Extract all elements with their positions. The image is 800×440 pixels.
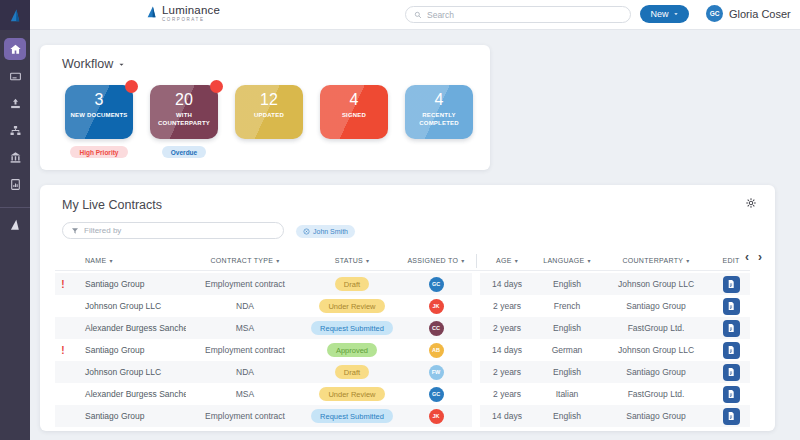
topbar: Luminance CORPORATE New GC Gloria Coser <box>30 0 800 30</box>
card-icon <box>9 70 22 83</box>
chevron-left-icon[interactable]: ‹ <box>745 251 749 263</box>
edit-contract-button[interactable] <box>723 364 740 381</box>
sail-logo-icon <box>8 8 23 23</box>
contract-name: Johnson Group LLC <box>71 367 186 377</box>
chevron-right-icon[interactable]: › <box>758 251 762 263</box>
user-menu[interactable]: GC Gloria Coser <box>706 5 791 22</box>
filter-chip-label: John Smith <box>313 228 348 235</box>
status-cell: Under Review <box>304 387 400 401</box>
column-header-name[interactable]: NAME▾ <box>71 257 186 264</box>
hierarchy-icon <box>9 124 22 137</box>
contract-row[interactable]: Alexander Burgess SanchezzMSARequest Sub… <box>55 317 750 339</box>
column-header-counterparty[interactable]: COUNTERPARTY▾ <box>600 257 712 264</box>
contract-row[interactable]: Johnson Group LLCNDAUnder ReviewJK2 year… <box>55 295 750 317</box>
stat-value: 4 <box>405 91 473 109</box>
assignee-avatar: JK <box>429 299 444 314</box>
document-icon <box>726 411 736 421</box>
contract-counterparty: Johnson Group LLC <box>600 345 712 355</box>
contract-row[interactable]: Alexander Burgess SanchezzMSAUnder Revie… <box>55 383 750 405</box>
search-input[interactable] <box>427 10 622 20</box>
sort-caret-icon: ▾ <box>109 258 112 264</box>
settings-button[interactable] <box>745 197 757 209</box>
app-logo[interactable] <box>0 0 30 30</box>
contract-row[interactable]: !Santiago GroupEmployment contractApprov… <box>55 339 750 361</box>
contract-counterparty: FastGroup Ltd. <box>600 389 712 399</box>
assignee-cell: GC <box>400 277 472 292</box>
edit-contract-button[interactable] <box>723 386 740 403</box>
stat-label: SIGNED <box>320 109 388 119</box>
contract-language: English <box>534 367 600 377</box>
contract-age: 2 years <box>480 323 534 333</box>
filter-chip[interactable]: John Smith <box>296 225 355 238</box>
contract-name: Alexander Burgess Sanchezz <box>71 323 186 333</box>
column-header-age[interactable]: AGE▾ <box>480 257 534 264</box>
new-button[interactable]: New <box>640 5 689 23</box>
status-cell: Request Submitted <box>304 409 400 423</box>
sidebar-item-organisation[interactable] <box>4 146 26 168</box>
contract-language: Italian <box>534 389 600 399</box>
edit-contract-button[interactable] <box>723 320 740 337</box>
contract-type: MSA <box>186 323 304 333</box>
status-cell: Approved <box>304 343 400 357</box>
close-circle-icon[interactable] <box>303 228 310 235</box>
row-divider <box>472 339 480 361</box>
edit-cell <box>712 408 750 425</box>
contract-language: English <box>534 279 600 289</box>
edit-contract-button[interactable] <box>723 342 740 359</box>
edit-cell <box>712 320 750 337</box>
assignee-avatar: GC <box>429 277 444 292</box>
stat-label: NEW DOCUMENTS <box>65 109 133 119</box>
sail-icon[interactable] <box>4 218 26 232</box>
workflow-stat-with-counterparty[interactable]: 20WITH COUNTERPARTY <box>150 85 218 139</box>
column-divider <box>472 253 480 269</box>
column-header-status[interactable]: STATUS▾ <box>304 257 400 264</box>
edit-contract-button[interactable] <box>723 298 740 315</box>
workflow-stat-signed[interactable]: 4SIGNED <box>320 85 388 139</box>
stat-value: 12 <box>235 91 303 109</box>
contract-row[interactable]: Johnson Group LLCNDADraftFW2 yearsEnglis… <box>55 361 750 383</box>
stat-value: 4 <box>320 91 388 109</box>
contract-age: 2 years <box>480 389 534 399</box>
column-header-language[interactable]: LANGUAGE▾ <box>534 257 600 264</box>
sidebar-item-upload[interactable] <box>4 92 26 114</box>
workflow-title-dropdown[interactable]: Workflow <box>62 57 125 71</box>
workflow-badge[interactable]: High Priority <box>70 146 127 158</box>
brand-name: Luminance <box>162 5 220 17</box>
status-badge: Draft <box>335 277 369 291</box>
assignee-avatar: JK <box>429 409 444 424</box>
workflow-stat-recently-completed[interactable]: 4RECENTLY COMPLETED <box>405 85 473 139</box>
global-search <box>405 6 631 23</box>
contract-counterparty: Santiago Group <box>600 411 712 421</box>
edit-cell <box>712 298 750 315</box>
filter-input[interactable] <box>84 226 275 235</box>
sidebar-item-reports[interactable] <box>4 173 26 195</box>
home-icon <box>9 43 22 56</box>
row-divider <box>472 317 480 339</box>
edit-contract-button[interactable] <box>723 276 740 293</box>
workflow-stat-updated[interactable]: 12UPDATED <box>235 85 303 139</box>
contract-type: Employment contract <box>186 345 304 355</box>
contract-name: Santiago Group <box>71 345 186 355</box>
document-icon <box>726 389 736 399</box>
column-header-contract-type[interactable]: CONTRACT TYPE▾ <box>186 257 304 264</box>
edit-cell <box>712 276 750 293</box>
sort-caret-icon: ▾ <box>366 258 369 264</box>
table-body: !Santiago GroupEmployment contractDraftG… <box>55 273 750 427</box>
notification-dot <box>125 80 138 93</box>
workflow-stat-new-documents[interactable]: 3NEW DOCUMENTS <box>65 85 133 139</box>
workflow-panel: Workflow 3NEW DOCUMENTSHigh Priority20WI… <box>40 45 490 170</box>
row-divider <box>472 295 480 317</box>
sidebar-item-documents[interactable] <box>4 65 26 87</box>
sidebar-item-home[interactable] <box>4 38 26 60</box>
workflow-stats: 3NEW DOCUMENTSHigh Priority20WITH COUNTE… <box>65 85 473 158</box>
column-header-assigned-to[interactable]: ASSIGNED TO▾ <box>400 257 472 264</box>
contract-row[interactable]: Santiago GroupEmployment contractRequest… <box>55 405 750 427</box>
contract-row[interactable]: !Santiago GroupEmployment contractDraftG… <box>55 273 750 295</box>
edit-contract-button[interactable] <box>723 408 740 425</box>
workflow-badge[interactable]: Overdue <box>162 146 206 158</box>
contract-type: NDA <box>186 301 304 311</box>
notification-dot <box>210 80 223 93</box>
stat-label: RECENTLY COMPLETED <box>405 109 473 127</box>
sidebar-item-hierarchy[interactable] <box>4 119 26 141</box>
assignee-cell: JK <box>400 299 472 314</box>
